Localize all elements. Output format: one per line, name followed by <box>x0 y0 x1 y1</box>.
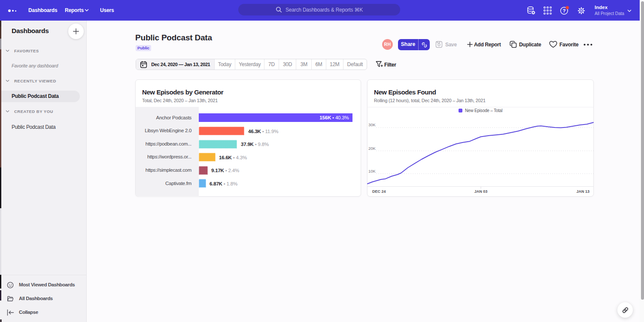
svg-text:?: ? <box>562 8 565 13</box>
svg-text:JAN 03: JAN 03 <box>474 189 488 194</box>
svg-text:DEC 24: DEC 24 <box>372 189 386 194</box>
svg-text:10K: 10K <box>368 169 376 173</box>
svg-text:30K: 30K <box>368 122 376 127</box>
svg-text:20K: 20K <box>368 146 376 151</box>
svg-text:JAN 13: JAN 13 <box>576 189 589 194</box>
